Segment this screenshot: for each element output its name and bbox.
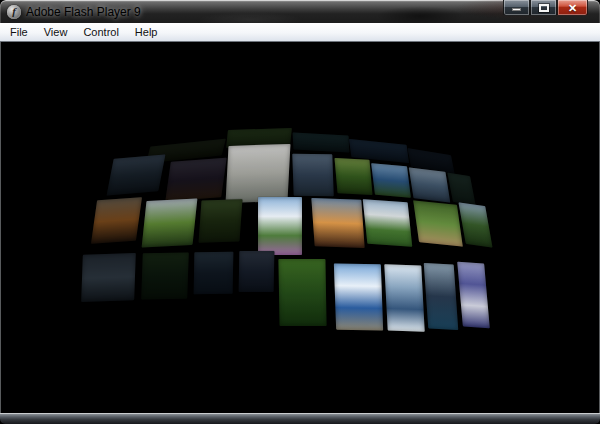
photo-tile-overcast-lake[interactable] <box>409 167 451 202</box>
minimize-button[interactable] <box>503 0 530 16</box>
flash-player-icon: f <box>7 5 21 19</box>
photo-tile-forest-path[interactable] <box>413 200 463 246</box>
photo-tile-dark-forest[interactable] <box>141 253 189 300</box>
photo-tile-snowy-birch-grove[interactable] <box>226 144 291 203</box>
menu-item-file[interactable]: File <box>2 24 36 40</box>
maximize-icon <box>539 4 549 12</box>
photo-tile-violet-peak[interactable] <box>457 262 490 328</box>
photo-tile-lush-forest[interactable] <box>278 259 326 326</box>
photo-tile-green-mountain[interactable] <box>458 202 492 247</box>
menu-item-help[interactable]: Help <box>127 24 166 40</box>
photo-tile-cloudy-bay[interactable] <box>239 251 275 292</box>
photo-tile-sunset-ridge[interactable] <box>91 197 142 244</box>
photo-tile-dark-pines[interactable] <box>447 173 475 206</box>
photo-tile-golden-sunset[interactable] <box>311 198 364 248</box>
window-title: Adobe Flash Player 9 <box>26 5 141 19</box>
menu-bar: File View Control Help <box>0 23 600 42</box>
photo-tile-steel-lake[interactable] <box>292 154 333 197</box>
window-controls: ✕ <box>503 0 588 16</box>
photo-tile-green-meadow[interactable] <box>334 158 372 195</box>
maximize-button[interactable] <box>530 0 557 16</box>
photo-tile-village-meadow[interactable] <box>363 199 413 247</box>
close-button[interactable]: ✕ <box>557 0 588 16</box>
photo-tile-blue-fjord[interactable] <box>424 263 459 330</box>
photo-tile-stormy-lake[interactable] <box>107 154 166 195</box>
photo-tile-cloud-peak[interactable] <box>384 264 424 331</box>
photo-tile-night-lake[interactable] <box>194 252 234 295</box>
close-icon: ✕ <box>568 1 577 15</box>
photo-tile-mountain-lake[interactable] <box>334 264 383 331</box>
photo-dome-stage[interactable] <box>0 42 600 413</box>
photo-tile-dusk-clouds[interactable] <box>165 158 226 201</box>
photo-tile-dark-valley[interactable] <box>199 199 243 243</box>
menu-item-control[interactable]: Control <box>75 24 126 40</box>
title-bar[interactable]: f Adobe Flash Player 9 ✕ <box>0 0 600 23</box>
photo-tile-spring-field[interactable] <box>142 199 198 248</box>
window-bottom-frame <box>0 413 600 424</box>
photo-tile-teal-lake-strip[interactable] <box>293 132 350 152</box>
minimize-icon <box>512 8 521 11</box>
photo-tile-lakeshore-trees[interactable] <box>371 163 411 198</box>
menu-item-view[interactable]: View <box>36 24 76 40</box>
photo-tile-alpine-wildflowers[interactable] <box>258 197 302 255</box>
photo-tile-winter-river[interactable] <box>81 253 136 302</box>
flash-player-window: f Adobe Flash Player 9 ✕ File View Contr… <box>0 0 600 424</box>
